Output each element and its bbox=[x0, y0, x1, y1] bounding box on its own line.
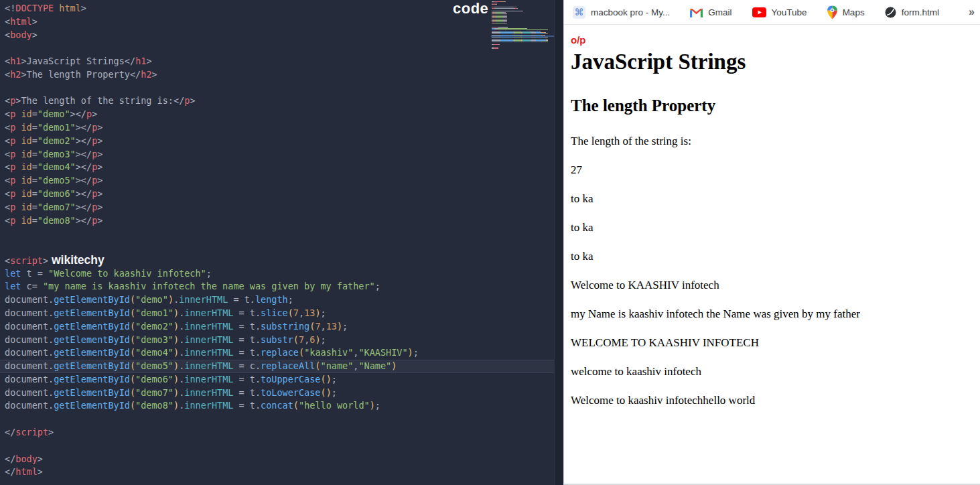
bookmark-item[interactable]: form.html bbox=[885, 7, 939, 18]
output-paragraph: to ka bbox=[571, 250, 973, 263]
code-line[interactable]: let t = "Welcome to kaashiv infotech"; bbox=[0, 267, 555, 281]
minimap-row bbox=[492, 25, 548, 26]
bookmark-label: YouTube bbox=[772, 7, 807, 17]
editor-right-gutter bbox=[554, 0, 563, 485]
code-line[interactable]: <p id="demo3"></p> bbox=[0, 148, 555, 161]
minimap-row bbox=[492, 21, 548, 22]
minimap-row bbox=[492, 23, 548, 23]
code-line[interactable] bbox=[0, 240, 555, 254]
code-overlay-label: code bbox=[453, 0, 488, 17]
code-line[interactable]: document.getElementById("demo7").innerHT… bbox=[0, 387, 555, 400]
minimap-row bbox=[492, 13, 548, 14]
code-line[interactable] bbox=[0, 42, 555, 55]
code-line[interactable] bbox=[0, 227, 555, 240]
output-paragraph: 27 bbox=[571, 163, 973, 177]
minimap-row bbox=[492, 43, 548, 44]
screen: <!DOCTYPE html><html><body><h1>JavaScrip… bbox=[0, 0, 980, 485]
code-line[interactable]: let c= "my name is kaashiv infotech the … bbox=[0, 280, 555, 293]
minimap-row bbox=[492, 16, 548, 17]
code-line[interactable]: <p id="demo7"></p> bbox=[0, 201, 555, 214]
minimap-row bbox=[492, 32, 548, 33]
code-line[interactable] bbox=[0, 413, 555, 426]
minimap-row bbox=[492, 15, 548, 15]
minimap-row bbox=[492, 17, 548, 18]
minimap-row bbox=[492, 12, 548, 13]
code-line[interactable]: <body> bbox=[0, 29, 555, 42]
code-line[interactable]: document.getElementById("demo6").innerHT… bbox=[0, 373, 555, 387]
minimap-current-line-marker bbox=[491, 36, 563, 37]
youtube-icon bbox=[752, 7, 766, 17]
code-line[interactable]: document.getElementById("demo3").innerHT… bbox=[0, 334, 555, 347]
minimap-row bbox=[492, 48, 548, 49]
code-editor[interactable]: <!DOCTYPE html><html><body><h1>JavaScrip… bbox=[0, 0, 563, 485]
minimap[interactable] bbox=[492, 1, 548, 50]
page-title: JavaScript Strings bbox=[571, 48, 973, 75]
bookmark-item[interactable]: Gmail bbox=[690, 7, 731, 17]
code-line[interactable]: <p id="demo"></p> bbox=[0, 108, 555, 121]
maps-icon bbox=[827, 5, 837, 19]
bookmark-item[interactable]: YouTube bbox=[752, 7, 807, 17]
command-icon: ⌘ bbox=[573, 6, 585, 19]
code-line[interactable]: <p id="demo2"></p> bbox=[0, 135, 555, 148]
bookmark-label: macbook pro - My... bbox=[591, 7, 670, 17]
code-line[interactable]: <p id="demo4"></p> bbox=[0, 161, 555, 174]
code-line[interactable]: document.getElementById("demo4").innerHT… bbox=[0, 346, 555, 360]
code-line[interactable]: </body> bbox=[0, 453, 555, 466]
output-paragraph: to ka bbox=[571, 192, 973, 206]
bookmark-item[interactable]: Maps bbox=[827, 5, 865, 19]
output-paragraph: The length of the string is: bbox=[571, 135, 973, 148]
gmail-icon bbox=[690, 7, 703, 17]
code-line[interactable]: document.getElementById("demo1").innerHT… bbox=[0, 307, 555, 320]
code-line[interactable]: document.getElementById("demo").innerHTM… bbox=[0, 293, 555, 307]
minimap-row bbox=[492, 20, 548, 21]
minimap-row bbox=[492, 3, 548, 3]
bookmark-label: Maps bbox=[843, 7, 865, 17]
bookmarks-bar: ⌘macbook pro - My...GmailYouTubeMapsform… bbox=[564, 0, 980, 25]
minimap-row bbox=[492, 9, 548, 10]
page-subtitle: The length Property bbox=[571, 96, 973, 116]
output-page: o/p JavaScript Strings The length Proper… bbox=[564, 34, 980, 407]
minimap-row bbox=[492, 40, 548, 41]
code-line[interactable]: </html> bbox=[0, 466, 555, 479]
minimap-row bbox=[492, 44, 548, 45]
globe-icon bbox=[885, 7, 896, 18]
minimap-row bbox=[492, 27, 548, 27]
minimap-row bbox=[492, 24, 548, 25]
output-paragraph: WELCOME TO KAASHIV INFOTECH bbox=[571, 336, 973, 350]
code-line[interactable]: <script> wikitechy bbox=[0, 254, 555, 267]
minimap-row bbox=[492, 29, 548, 30]
code-line[interactable]: <h1>JavaScript Strings</h1> bbox=[0, 55, 555, 68]
minimap-row bbox=[492, 4, 548, 5]
code-line[interactable]: document.getElementById("demo2").innerHT… bbox=[0, 320, 555, 334]
bookmark-label: form.html bbox=[902, 7, 939, 17]
code-line[interactable]: <p id="demo6"></p> bbox=[0, 188, 555, 201]
minimap-row bbox=[492, 19, 548, 19]
code-line[interactable]: <p id="demo1"></p> bbox=[0, 121, 555, 135]
minimap-row bbox=[492, 11, 548, 11]
output-paragraph: Welcome to kaashiv infotechhello world bbox=[571, 394, 973, 407]
code-line[interactable]: document.getElementById("demo5").innerHT… bbox=[0, 360, 555, 373]
output-label: o/p bbox=[571, 34, 973, 46]
bookmarks-overflow-chevron[interactable]: » bbox=[969, 6, 976, 18]
minimap-row bbox=[492, 5, 548, 6]
code-lines: <!DOCTYPE html><html><body><h1>JavaScrip… bbox=[0, 2, 555, 479]
code-line[interactable]: <p id="demo5"></p> bbox=[0, 174, 555, 188]
minimap-row bbox=[492, 7, 548, 7]
minimap-row bbox=[492, 31, 548, 31]
minimap-row bbox=[492, 8, 548, 9]
output-paragraph: welcome to kaashiv infotech bbox=[571, 365, 973, 378]
code-line[interactable] bbox=[0, 82, 555, 95]
output-paragraph: to ka bbox=[571, 221, 973, 234]
code-line[interactable]: document.getElementById("demo8").innerHT… bbox=[0, 399, 555, 413]
minimap-row bbox=[492, 28, 548, 29]
bookmark-item[interactable]: ⌘macbook pro - My... bbox=[573, 6, 670, 19]
code-line[interactable]: <p id="demo8"></p> bbox=[0, 214, 555, 228]
code-line[interactable]: </script> bbox=[0, 426, 555, 439]
code-line[interactable] bbox=[0, 439, 555, 453]
code-line[interactable]: <h2>The length Property</h2> bbox=[0, 68, 555, 82]
minimap-row bbox=[492, 42, 548, 42]
browser-window: ⌘macbook pro - My...GmailYouTubeMapsform… bbox=[563, 0, 980, 485]
minimap-row bbox=[492, 38, 548, 38]
watermark-text: wikitechy bbox=[48, 253, 104, 267]
code-line[interactable]: <p>The length of the string is:</p> bbox=[0, 94, 555, 108]
